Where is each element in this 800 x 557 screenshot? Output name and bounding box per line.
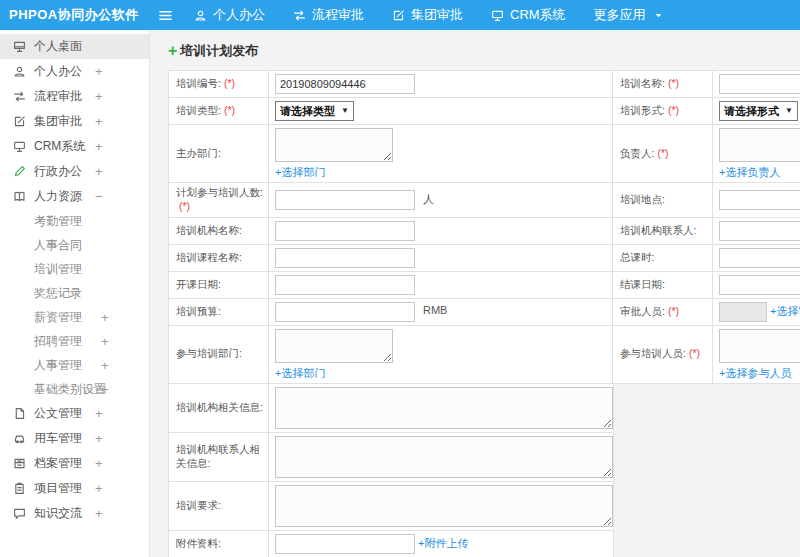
sidebar-item-archives[interactable]: 档案管理 +	[0, 451, 149, 476]
training-number-input[interactable]	[275, 74, 415, 94]
edit-icon	[13, 115, 26, 128]
expand-toggle[interactable]: +	[95, 59, 103, 84]
training-mode-select[interactable]: 请选择形式▼	[719, 101, 798, 121]
field-cell: +选择审批人员	[713, 298, 800, 325]
location-input[interactable]	[719, 190, 800, 210]
sidebar-item-label: 薪资管理	[34, 309, 82, 326]
training-form-table: 培训编号:(*) 培训名称:(*) 培训类型:(*) 请选择类型▼ 培训形式:(…	[168, 70, 800, 384]
sidebar-item-hr[interactable]: 人力资源 −	[0, 184, 149, 209]
end-date-input[interactable]	[719, 275, 800, 295]
course-name-input[interactable]	[275, 248, 415, 268]
field-cell	[269, 217, 613, 244]
collapse-toggle[interactable]: −	[95, 184, 103, 209]
hamburger-menu-button[interactable]	[150, 0, 180, 30]
sidebar-item-workflow-approval[interactable]: 流程审批 +	[0, 84, 149, 109]
expand-toggle[interactable]: +	[95, 501, 103, 526]
planned-count-input[interactable]	[275, 190, 415, 210]
field-label: 培训预算:	[169, 298, 269, 325]
nav-group-approval[interactable]: 集团审批	[378, 0, 477, 30]
expand-toggle[interactable]: +	[95, 401, 103, 426]
org-contact-info-textarea[interactable]	[275, 436, 613, 478]
expand-toggle[interactable]: +	[95, 451, 103, 476]
nav-personal-office[interactable]: 个人办公	[180, 0, 279, 30]
budget-input[interactable]	[275, 302, 415, 322]
training-type-select[interactable]: 请选择类型▼	[275, 101, 354, 121]
host-department-textarea[interactable]	[275, 128, 393, 162]
expand-toggle[interactable]: +	[101, 305, 109, 329]
leader-textarea[interactable]	[719, 128, 800, 162]
expand-toggle[interactable]: +	[95, 109, 103, 134]
unit-suffix: 人	[423, 193, 434, 205]
sidebar-item-knowledge[interactable]: 知识交流 +	[0, 501, 149, 526]
expand-toggle[interactable]: +	[101, 353, 109, 377]
org-name-input[interactable]	[275, 221, 415, 241]
field-label: 培训形式:(*)	[613, 98, 713, 125]
select-approver-link[interactable]: +选择审批人员	[770, 304, 800, 316]
select-department-link[interactable]: +选择部门	[275, 166, 325, 178]
field-cell	[713, 244, 800, 271]
field-label: 培训编号:(*)	[169, 71, 269, 98]
expand-toggle[interactable]: +	[95, 159, 103, 184]
topbar: PHPOA协同办公软件 个人办公 流程审批 集团审批 CRM系统 更多应用	[0, 0, 800, 30]
page-title-text: 培训计划发布	[180, 42, 258, 60]
nav-workflow-approval[interactable]: 流程审批	[279, 0, 378, 30]
sidebar-item-hr-contract[interactable]: 人事合同	[0, 233, 149, 257]
expand-toggle[interactable]: +	[95, 426, 103, 451]
expand-toggle[interactable]: +	[101, 377, 109, 401]
field-label: 培训机构名称:	[169, 217, 269, 244]
sidebar-item-crm[interactable]: CRM系统 +	[0, 134, 149, 159]
org-info-textarea[interactable]	[275, 387, 613, 429]
sidebar-item-personal-office[interactable]: 个人办公 +	[0, 59, 149, 84]
sidebar-item-training[interactable]: 培训管理	[0, 257, 149, 281]
person-icon	[194, 9, 207, 22]
nav-crm[interactable]: CRM系统	[477, 0, 580, 30]
form-row: 主办部门: +选择部门 负责人:(*) +选择负责人	[169, 125, 800, 183]
attachment-input[interactable]	[275, 534, 415, 554]
join-people-textarea[interactable]	[719, 329, 800, 363]
top-navigation: 个人办公 流程审批 集团审批 CRM系统 更多应用	[180, 0, 677, 30]
expand-toggle[interactable]: +	[95, 84, 103, 109]
flow-icon	[13, 90, 26, 103]
sidebar-item-admin-office[interactable]: 行政办公 +	[0, 159, 149, 184]
start-date-input[interactable]	[275, 275, 415, 295]
join-departments-textarea[interactable]	[275, 329, 393, 363]
archive-icon	[13, 457, 26, 470]
sidebar-item-vehicle[interactable]: 用车管理 +	[0, 426, 149, 451]
page-title: + 培训计划发布	[168, 42, 800, 60]
required-mark: (*)	[689, 347, 700, 359]
training-name-input[interactable]	[719, 74, 800, 94]
field-label: 主办部门:	[169, 125, 269, 183]
sidebar-item-personnel[interactable]: 人事管理 +	[0, 353, 149, 377]
sidebar-item-official-doc[interactable]: 公文管理 +	[0, 401, 149, 426]
form-row: 培训类型:(*) 请选择类型▼ 培训形式:(*) 请选择形式▼	[169, 98, 800, 125]
select-department-link[interactable]: +选择部门	[275, 367, 325, 379]
required-mark: (*)	[224, 77, 235, 89]
training-form-table-bottom: 培训机构相关信息: 培训机构联系人相关信息: 培训要求: 附件资料: +附件上传	[168, 383, 614, 557]
requirements-textarea[interactable]	[275, 485, 613, 527]
expand-toggle[interactable]: +	[101, 329, 109, 353]
nav-more-apps[interactable]: 更多应用	[580, 0, 677, 30]
approver-input[interactable]	[719, 302, 767, 322]
required-mark: (*)	[668, 305, 679, 317]
sidebar-item-group-approval[interactable]: 集团审批 +	[0, 109, 149, 134]
sidebar-item-desktop[interactable]: 个人桌面	[0, 34, 149, 59]
required-mark: (*)	[224, 104, 235, 116]
sidebar-item-recruitment[interactable]: 招聘管理 +	[0, 329, 149, 353]
person-icon	[13, 65, 26, 78]
org-contact-input[interactable]	[719, 221, 800, 241]
total-hours-input[interactable]	[719, 248, 800, 268]
expand-toggle[interactable]: +	[95, 476, 103, 501]
sidebar-item-salary[interactable]: 薪资管理 +	[0, 305, 149, 329]
sidebar-item-base-category[interactable]: 基础类别设置 +	[0, 377, 149, 401]
sidebar-item-project[interactable]: 项目管理 +	[0, 476, 149, 501]
expand-toggle[interactable]: +	[95, 134, 103, 159]
select-participants-link[interactable]: +选择参与人员	[719, 367, 791, 379]
field-label: 培训地点:	[613, 183, 713, 217]
field-label: 计划参与培训人数:(*)	[169, 183, 269, 217]
edit-icon	[392, 9, 405, 22]
sidebar-item-attendance[interactable]: 考勤管理	[0, 209, 149, 233]
select-leader-link[interactable]: +选择负责人	[719, 166, 780, 178]
field-label: 参与培训部门:	[169, 325, 269, 383]
attachment-upload-link[interactable]: +附件上传	[418, 537, 468, 549]
sidebar-item-rewards[interactable]: 奖惩记录	[0, 281, 149, 305]
